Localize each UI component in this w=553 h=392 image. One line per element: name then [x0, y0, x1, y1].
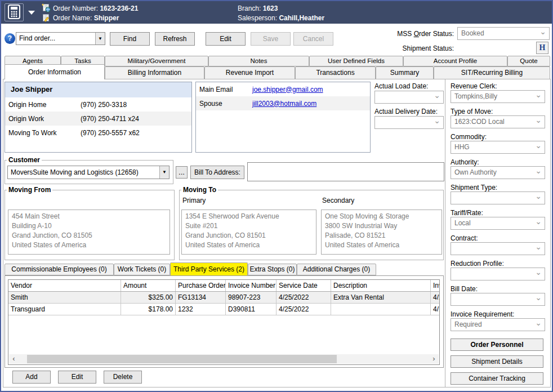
tab-revenue-import[interactable]: Revenue Import: [204, 66, 295, 79]
revenue-clerk-label: Revenue Clerk:: [451, 82, 497, 90]
contact-panel: Joe Shipper Origin Home (970) 250-3318 O…: [5, 82, 192, 153]
find-button[interactable]: Find: [110, 32, 150, 46]
column-header-invoice[interactable]: Invo: [431, 280, 439, 291]
chevron-down-icon: ⌄: [535, 318, 542, 327]
bill-to-address-button[interactable]: Bill To Address:: [190, 166, 244, 179]
customer-combobox[interactable]: MoversSuite Moving and Logistics (12658)…: [7, 166, 170, 179]
cell-purchase-order: 1232: [176, 304, 226, 315]
find-order-combobox[interactable]: Find order... ▼: [16, 32, 105, 45]
cell-invoice-number: 98907-223: [226, 292, 276, 303]
customer-dropdown-button[interactable]: ▼: [159, 166, 169, 179]
subtab-commissionable-employees[interactable]: Commissionable Employees (0): [5, 264, 114, 275]
tab-notes[interactable]: Notes: [208, 56, 309, 66]
subtab-additional-charges[interactable]: Additional Charges (0): [297, 264, 376, 275]
column-header-vendor[interactable]: Vendor: [8, 280, 121, 291]
email-row[interactable]: Spouse jill2003@hotmail.com: [196, 96, 370, 110]
delete-button[interactable]: Delete: [104, 371, 142, 384]
shipment-type-dropdown[interactable]: ⌄: [451, 191, 545, 204]
email-label: Spouse: [196, 100, 252, 108]
reduction-profile-dropdown[interactable]: ⌄: [451, 268, 545, 280]
salesperson-label: Salesperson:: [238, 14, 277, 22]
moving-from-address[interactable]: 454 Main Street Building A-10 Grand Junc…: [8, 210, 170, 255]
container-tracking-button[interactable]: Container Tracking: [451, 372, 543, 385]
chevron-down-icon: ⌄: [535, 115, 542, 124]
refresh-button[interactable]: Refresh: [155, 32, 195, 46]
column-header-service-date[interactable]: Service Date: [276, 280, 331, 291]
authority-dropdown[interactable]: Own Authority ⌄: [451, 166, 545, 179]
phone-row[interactable]: Origin Home (970) 250-3318: [5, 97, 191, 112]
cancel-button[interactable]: Cancel: [293, 32, 333, 46]
app-menu-button[interactable]: [5, 3, 24, 21]
tab-transactions[interactable]: Transactions: [295, 66, 376, 79]
branch-value: 1623: [263, 5, 278, 12]
subtab-third-party-services[interactable]: Third Party Services (2): [170, 262, 248, 275]
tab-summary[interactable]: Summary: [376, 66, 434, 79]
edit-button[interactable]: Edit: [206, 32, 246, 46]
scrollbar-thumb[interactable]: [27, 355, 337, 363]
invoice-requirement-dropdown[interactable]: Required ⌄: [451, 318, 545, 331]
contract-dropdown[interactable]: ⌄: [451, 242, 545, 255]
customer-more-button[interactable]: ...: [176, 166, 188, 179]
commodity-value: HHG: [454, 143, 533, 151]
cell-invoice: 4/25: [431, 292, 439, 303]
scroll-left-arrow[interactable]: ‹: [9, 354, 19, 364]
chevron-down-icon: ⌄: [535, 217, 542, 226]
actual-load-date-dropdown[interactable]: ⌄: [374, 91, 444, 104]
shipment-status-history-button[interactable]: H: [536, 42, 548, 54]
mss-order-status-dropdown[interactable]: Booked ⌄: [457, 27, 550, 40]
revenue-clerk-dropdown[interactable]: Tompkins,Billy ⌄: [451, 90, 545, 103]
column-header-purchase-order[interactable]: Purchase Order: [176, 280, 226, 291]
moving-to-primary-address[interactable]: 1354 E Sherwood Park Avenue Suite #201 G…: [181, 210, 316, 255]
actual-delivery-date-dropdown[interactable]: ⌄: [374, 116, 444, 129]
salesperson-value: Cahill,Heather: [279, 14, 324, 22]
tab-billing-information[interactable]: Billing Information: [105, 66, 204, 79]
shipment-details-button[interactable]: Shipment Details: [451, 355, 543, 368]
branch-label: Branch:: [238, 5, 261, 12]
cell-vendor: Smith: [8, 292, 121, 303]
subtab-extra-stops[interactable]: Extra Stops (0): [248, 264, 297, 275]
tariff-rate-dropdown[interactable]: Local ⌄: [451, 217, 545, 230]
moving-to-secondary-address[interactable]: One Stop Moving & Storage 3800 SW Indust…: [321, 210, 442, 255]
moving-to-secondary-label: Secondary: [322, 197, 354, 204]
add-button[interactable]: Add: [12, 371, 51, 384]
email-link[interactable]: jill2003@hotmail.com: [252, 100, 316, 108]
subtab-work-tickets[interactable]: Work Tickets (0): [114, 264, 170, 275]
edit-row-button[interactable]: Edit: [58, 371, 96, 384]
phone-row[interactable]: Moving To Work (970) 250-5557 x62: [5, 126, 191, 140]
moving-from-label: Moving From: [7, 186, 52, 194]
tab-quote[interactable]: Quote: [507, 56, 550, 66]
email-row[interactable]: Main Email joe.shipper@gmail.com: [196, 82, 370, 96]
help-icon[interactable]: ?: [5, 33, 15, 44]
tab-sit-recurring-billing[interactable]: SIT/Recurring Billing: [434, 66, 550, 79]
scroll-right-arrow[interactable]: ›: [429, 354, 439, 364]
column-header-invoice-number[interactable]: Invoice Number: [226, 280, 276, 291]
tab-military-government[interactable]: Military/Government: [105, 56, 208, 66]
save-button[interactable]: Save: [251, 32, 291, 46]
email-label: Main Email: [196, 86, 252, 93]
horizontal-scrollbar[interactable]: ‹ ›: [9, 354, 439, 364]
tab-order-information[interactable]: Order Information: [5, 64, 105, 79]
order-personnel-button[interactable]: Order Personnel: [451, 338, 543, 351]
commodity-dropdown[interactable]: HHG ⌄: [451, 141, 545, 154]
column-header-description[interactable]: Description: [331, 280, 431, 291]
email-link[interactable]: joe.shipper@gmail.com: [252, 86, 323, 93]
app-menu-caret-icon[interactable]: [28, 11, 35, 15]
phone-row[interactable]: Origin Work (970) 250-4711 x24: [5, 112, 191, 126]
third-party-services-panel: Vendor Amount Purchase Order Invoice Num…: [5, 275, 444, 368]
tab-user-defined-fields[interactable]: User Defined Fields: [309, 56, 403, 66]
bill-date-dropdown[interactable]: ⌄: [451, 293, 545, 306]
column-header-amount[interactable]: Amount: [121, 280, 176, 291]
commodity-label: Commodity:: [451, 133, 487, 141]
shipment-type-label: Shipment Type:: [451, 184, 497, 191]
find-order-dropdown-button[interactable]: ▼: [95, 33, 105, 44]
order-name-label: Order Name:: [53, 14, 92, 22]
phone-label: Origin Home: [5, 101, 81, 109]
table-row[interactable]: Smith $325.00 FG13134 98907-223 4/25/202…: [8, 292, 439, 304]
email-panel: Main Email joe.shipper@gmail.com Spouse …: [195, 82, 371, 153]
cell-purchase-order: FG13134: [176, 292, 226, 303]
bill-to-address-field[interactable]: [247, 162, 444, 181]
tab-account-profile[interactable]: Account Profile: [403, 56, 507, 66]
type-of-move-dropdown[interactable]: 1623:COD Local ⌄: [451, 115, 545, 128]
table-row[interactable]: Transguard $178.00 1232 D390811 4/25/202…: [8, 304, 439, 315]
phone-label: Origin Work: [5, 115, 81, 123]
